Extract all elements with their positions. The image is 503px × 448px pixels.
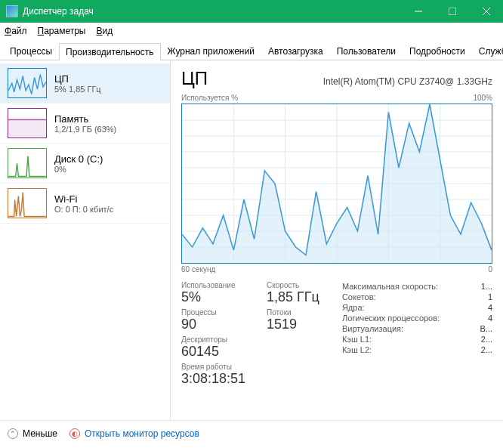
menu-view[interactable]: Вид bbox=[96, 26, 113, 36]
statusbar: ⌃ Меньше ◐ Открыть монитор ресурсов bbox=[0, 420, 503, 446]
chart-top-left-label: Используется % bbox=[181, 94, 238, 102]
sidebar: ЦП 5% 1,85 ГГц Память 1,2/1,9 ГБ (63%) Д… bbox=[0, 60, 171, 420]
page-title: ЦП bbox=[181, 68, 208, 89]
sidebar-item-cpu[interactable]: ЦП 5% 1,85 ГГц bbox=[0, 63, 170, 104]
resource-monitor-icon: ◐ bbox=[69, 428, 80, 439]
usage-label: Использование bbox=[181, 281, 245, 289]
resource-monitor-label: Открыть монитор ресурсов bbox=[85, 428, 199, 439]
app-icon bbox=[6, 5, 18, 17]
chart-top-right-label: 100% bbox=[473, 94, 492, 102]
sockets-value: 1 bbox=[479, 292, 492, 301]
cores-label: Ядра: bbox=[342, 303, 365, 312]
threads-label: Потоки bbox=[267, 308, 319, 317]
uptime-value: 3:08:18:51 bbox=[181, 371, 245, 387]
cpu-spark-icon bbox=[8, 68, 47, 98]
l1-value: 2... bbox=[479, 335, 492, 344]
tab-processes[interactable]: Процессы bbox=[3, 42, 59, 60]
main-panel: ЦП Intel(R) Atom(TM) CPU Z3740@ 1.33GHz … bbox=[171, 60, 503, 420]
sockets-label: Сокетов: bbox=[342, 292, 376, 301]
tab-users[interactable]: Пользователи bbox=[330, 42, 403, 60]
menu-options[interactable]: Параметры bbox=[38, 26, 86, 36]
sidebar-wifi-sub: О: 0 П: 0 кбит/с bbox=[54, 205, 113, 214]
l2-value: 2... bbox=[479, 345, 492, 354]
sidebar-item-wifi[interactable]: Wi-Fi О: 0 П: 0 кбит/с bbox=[0, 184, 170, 224]
processes-value: 90 bbox=[181, 317, 245, 332]
tab-startup[interactable]: Автозагрузка bbox=[261, 42, 330, 60]
sidebar-cpu-title: ЦП bbox=[54, 73, 101, 85]
sidebar-disk-title: Диск 0 (C:) bbox=[54, 153, 103, 165]
memory-spark-icon bbox=[8, 108, 47, 138]
titlebar: Диспетчер задач bbox=[0, 0, 503, 23]
chart-bottom-right-label: 0 bbox=[488, 265, 492, 273]
close-button[interactable] bbox=[469, 0, 503, 23]
sidebar-cpu-sub: 5% 1,85 ГГц bbox=[54, 85, 101, 94]
disk-spark-icon bbox=[8, 148, 47, 178]
window-title: Диспетчер задач bbox=[23, 6, 401, 17]
sidebar-mem-sub: 1,2/1,9 ГБ (63%) bbox=[54, 125, 116, 134]
fewer-details-button[interactable]: ⌃ Меньше bbox=[8, 428, 57, 439]
tab-performance[interactable]: Производительность bbox=[59, 43, 160, 60]
wifi-spark-icon bbox=[8, 188, 47, 218]
speed-value: 1,85 ГГц bbox=[267, 289, 319, 305]
svg-rect-1 bbox=[449, 8, 456, 15]
virt-value: В... bbox=[479, 324, 492, 333]
threads-value: 1519 bbox=[267, 317, 319, 332]
menu-file[interactable]: Файл bbox=[5, 26, 27, 36]
sidebar-item-memory[interactable]: Память 1,2/1,9 ГБ (63%) bbox=[0, 104, 170, 144]
maxspeed-label: Максимальная скорость: bbox=[342, 282, 438, 291]
chart-bottom-left-label: 60 секунд bbox=[181, 265, 215, 273]
tabs: Процессы Производительность Журнал прило… bbox=[0, 39, 503, 60]
virt-label: Виртуализация: bbox=[342, 324, 403, 333]
tab-details[interactable]: Подробности bbox=[403, 42, 472, 60]
cpu-model: Intel(R) Atom(TM) CPU Z3740@ 1.33GHz bbox=[323, 76, 492, 87]
minimize-button[interactable] bbox=[401, 0, 435, 23]
speed-label: Скорость bbox=[267, 281, 319, 289]
chevron-up-icon: ⌃ bbox=[8, 428, 18, 439]
uptime-label: Время работы bbox=[181, 363, 245, 371]
logical-label: Логических процессоров: bbox=[342, 314, 440, 323]
sidebar-mem-title: Память bbox=[54, 113, 116, 125]
stats-left: Использование 5% Скорость 1,85 ГГц Проце… bbox=[181, 281, 319, 387]
cores-value: 4 bbox=[479, 303, 492, 312]
handles-label: Дескрипторы bbox=[181, 335, 245, 344]
usage-value: 5% bbox=[181, 289, 245, 305]
stats-right: Максимальная скорость:1... Сокетов:1 Ядр… bbox=[342, 281, 492, 387]
tab-services[interactable]: Службы bbox=[472, 42, 503, 60]
sidebar-disk-sub: 0% bbox=[54, 165, 103, 174]
l2-label: Кэш L2: bbox=[342, 345, 372, 354]
menubar: Файл Параметры Вид bbox=[0, 23, 503, 39]
tab-app-history[interactable]: Журнал приложений bbox=[161, 42, 261, 60]
sidebar-item-disk[interactable]: Диск 0 (C:) 0% bbox=[0, 144, 170, 184]
sidebar-wifi-title: Wi-Fi bbox=[54, 193, 113, 205]
svg-rect-4 bbox=[8, 119, 46, 137]
open-resource-monitor-link[interactable]: ◐ Открыть монитор ресурсов bbox=[69, 428, 199, 439]
logical-value: 4 bbox=[479, 314, 492, 323]
l1-label: Кэш L1: bbox=[342, 335, 372, 344]
maximize-button[interactable] bbox=[435, 0, 469, 23]
fewer-label: Меньше bbox=[23, 428, 57, 439]
processes-label: Процессы bbox=[181, 308, 245, 317]
maxspeed-value: 1... bbox=[479, 282, 492, 291]
cpu-usage-chart bbox=[181, 104, 492, 264]
handles-value: 60145 bbox=[181, 344, 245, 360]
